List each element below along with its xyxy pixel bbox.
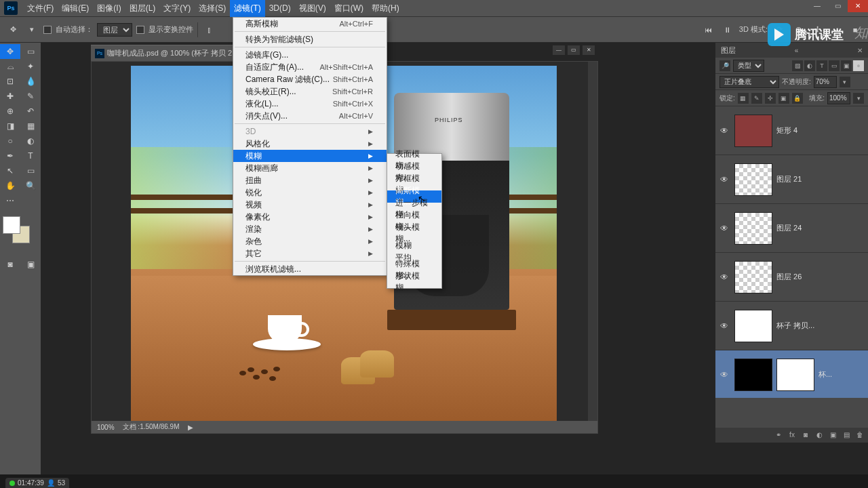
layers-tab[interactable]: 图层 xyxy=(721,45,736,56)
filter-gallery[interactable]: 滤镜库(G)... xyxy=(233,49,387,61)
filter-smart-icon[interactable]: ▣ xyxy=(841,60,852,71)
filter-liquify[interactable]: 液化(L)...Shift+Ctrl+X xyxy=(233,98,387,110)
filter-browse[interactable]: 浏览联机滤镜... xyxy=(233,263,387,275)
layer-name[interactable]: 矩形 4 xyxy=(776,125,797,136)
crop-tool[interactable]: ⊡ xyxy=(0,74,20,89)
filter-toggle-icon[interactable]: ● xyxy=(853,60,864,71)
filter-other[interactable]: 其它▶ xyxy=(233,247,387,260)
close-button[interactable]: ✕ xyxy=(848,0,868,12)
pen-tool[interactable]: ✒ xyxy=(0,148,20,163)
auto-select-checkbox[interactable] xyxy=(43,26,52,34)
layer-thumb[interactable] xyxy=(734,261,772,293)
filter-last[interactable]: 高斯模糊Alt+Ctrl+F xyxy=(233,18,387,30)
lasso-tool[interactable]: ⌓ xyxy=(0,59,20,74)
move-tool[interactable]: ✥ xyxy=(0,44,20,59)
layer-row[interactable]: 👁图层 26 xyxy=(715,253,868,302)
layer-thumb[interactable] xyxy=(734,212,772,245)
layer-thumb[interactable] xyxy=(734,163,772,196)
filter-cameraraw[interactable]: Camera Raw 滤镜(C)...Shift+Ctrl+A xyxy=(233,73,387,85)
doc-maximize[interactable]: ▭ xyxy=(568,45,580,55)
filter-image-icon[interactable]: ▧ xyxy=(792,60,803,71)
screen-tool[interactable]: ▣ xyxy=(20,257,41,272)
opacity-field[interactable] xyxy=(814,76,837,88)
menu-select[interactable]: 选择(S) xyxy=(195,0,230,17)
lock-pos-icon[interactable]: ✢ xyxy=(765,93,776,104)
hand-tool[interactable]: ✋ xyxy=(0,178,20,193)
brush-tool[interactable]: ✎ xyxy=(20,89,41,104)
layer-row[interactable]: 👁杯... xyxy=(715,350,868,398)
align-left-icon[interactable]: ⫿ xyxy=(202,22,217,37)
filter-shape-icon[interactable]: ▭ xyxy=(829,60,840,71)
layer-name[interactable]: 杯子 拷贝... xyxy=(776,321,814,331)
filter-lens[interactable]: 镜头校正(R)...Shift+Ctrl+R xyxy=(233,85,387,98)
menu-3d[interactable]: 3D(D) xyxy=(265,0,295,17)
filter-type-icon[interactable]: T xyxy=(816,60,827,71)
menu-view[interactable]: 视图(V) xyxy=(295,0,330,17)
mask-icon[interactable]: ◙ xyxy=(800,430,811,441)
visibility-toggle[interactable]: 👁 xyxy=(718,370,730,380)
zoom-tool[interactable]: 🔍 xyxy=(20,178,41,193)
filter-adaptive[interactable]: 自适应广角(A)...Alt+Shift+Ctrl+A xyxy=(233,61,387,73)
eyedropper-tool[interactable]: 💧 xyxy=(20,74,41,89)
menu-filter[interactable]: 滤镜(T) xyxy=(230,0,264,17)
menu-file[interactable]: 文件(F) xyxy=(23,0,58,17)
minimize-button[interactable]: — xyxy=(807,0,827,12)
maximize-button[interactable]: ▭ xyxy=(827,0,848,12)
layer-thumb[interactable] xyxy=(734,115,772,147)
lock-trans-icon[interactable]: ▦ xyxy=(738,93,749,104)
status-arrow-icon[interactable]: ▶ xyxy=(188,424,193,431)
blur-lens[interactable]: 镜头模糊... xyxy=(387,227,441,239)
filter-sharpen[interactable]: 锐化▶ xyxy=(233,186,387,199)
document-tab[interactable]: Ps 咖啡机成品.psd @ 100% (杯子 拷贝 2, RGB/8) xyxy=(91,45,239,61)
layer-row[interactable]: 👁矩形 4 xyxy=(715,106,868,155)
visibility-toggle[interactable]: 👁 xyxy=(718,126,730,136)
gradient-tool[interactable]: ▦ xyxy=(20,119,41,134)
menu-image[interactable]: 图像(I) xyxy=(93,0,125,17)
layer-row[interactable]: 👁图层 21 xyxy=(715,155,868,204)
history-brush-tool[interactable]: ↶ xyxy=(20,104,41,119)
menu-window[interactable]: 窗口(W) xyxy=(330,0,368,17)
visibility-toggle[interactable]: 👁 xyxy=(718,272,730,282)
new-layer-icon[interactable]: ▤ xyxy=(841,430,852,441)
filter-pixelate[interactable]: 像素化▶ xyxy=(233,211,387,223)
quickmask-tool[interactable]: ◙ xyxy=(0,257,20,272)
show-transform-checkbox[interactable] xyxy=(136,26,144,34)
filter-type-select[interactable]: 类型 xyxy=(733,60,764,72)
layer-name[interactable]: 图层 24 xyxy=(776,223,802,233)
blend-mode-select[interactable]: 正片叠底 xyxy=(719,76,779,88)
doc-close[interactable]: ✕ xyxy=(583,45,595,55)
lock-paint-icon[interactable]: ✎ xyxy=(751,93,762,104)
filter-vanishing[interactable]: 消失点(V)...Alt+Ctrl+V xyxy=(233,110,387,122)
ctrl-icon[interactable]: ⏮ xyxy=(701,22,716,37)
wand-tool[interactable]: ✦ xyxy=(20,59,41,74)
adjust-icon[interactable]: ◐ xyxy=(814,430,825,441)
path-tool[interactable]: ↖ xyxy=(0,163,20,178)
layer-name[interactable]: 图层 26 xyxy=(776,272,802,282)
lock-artboard-icon[interactable]: ▣ xyxy=(778,93,789,104)
search-icon[interactable]: 🔎 xyxy=(719,60,730,71)
filter-video[interactable]: 视频▶ xyxy=(233,199,387,211)
scrollbar-vertical[interactable] xyxy=(588,62,597,422)
color-swatches[interactable] xyxy=(0,214,41,254)
visibility-toggle[interactable]: 👁 xyxy=(718,175,730,184)
marquee-tool[interactable]: ▭ xyxy=(20,44,41,59)
link-layers-icon[interactable]: ⚭ xyxy=(773,430,784,441)
dodge-tool[interactable]: ◐ xyxy=(20,134,41,148)
type-tool[interactable]: T xyxy=(20,148,41,163)
foreground-swatch[interactable] xyxy=(3,216,20,234)
layer-name[interactable]: 图层 21 xyxy=(776,174,802,184)
menu-layer[interactable]: 图层(L) xyxy=(125,0,160,17)
stamp-tool[interactable]: ⊕ xyxy=(0,104,20,119)
fill-field[interactable] xyxy=(827,92,850,104)
zoom-level[interactable]: 100% xyxy=(97,424,115,431)
shape-tool[interactable]: ▭ xyxy=(20,163,41,178)
panel-close-icon[interactable]: ✕ xyxy=(857,47,863,54)
filter-render[interactable]: 渲染▶ xyxy=(233,223,387,235)
layer-name[interactable]: 杯... xyxy=(818,369,832,380)
filter-3d[interactable]: 3D▶ xyxy=(233,125,387,138)
eraser-tool[interactable]: ◨ xyxy=(0,119,20,134)
filter-adjust-icon[interactable]: ◐ xyxy=(804,60,815,71)
taskbar-item[interactable]: 01:47:39 👤 53 xyxy=(5,478,69,488)
lock-all-icon[interactable]: 🔒 xyxy=(792,93,803,104)
filter-smart[interactable]: 转换为智能滤镜(S) xyxy=(233,33,387,45)
